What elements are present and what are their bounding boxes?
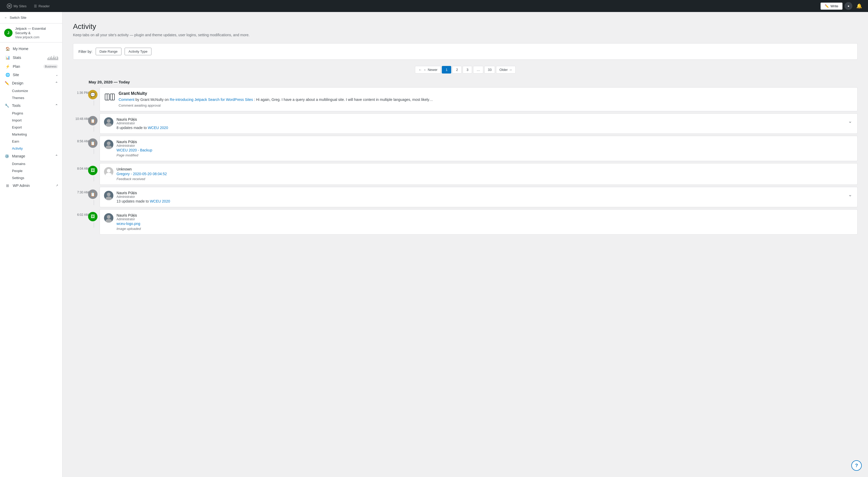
activity-user-name: Nauris Pūķis bbox=[117, 117, 844, 122]
tools-icon: 🔧 bbox=[4, 103, 9, 108]
activity-icon: 🖼 bbox=[88, 212, 97, 221]
sidebar-item-stats[interactable]: 📊 Stats bbox=[0, 53, 62, 62]
reader-label: Reader bbox=[38, 4, 50, 8]
sidebar-item-plugins[interactable]: Plugins bbox=[0, 110, 62, 117]
sidebar-item-export[interactable]: Export bbox=[0, 124, 62, 131]
activity-sub-text: Feedback received bbox=[117, 177, 853, 181]
filter-bar: Filter by: Date Range Activity Type bbox=[73, 43, 858, 60]
activity-icon: 📋 bbox=[88, 116, 97, 125]
help-button[interactable]: ? bbox=[851, 460, 862, 471]
sidebar-item-domains[interactable]: Domains bbox=[0, 160, 62, 167]
site-info: J Jetpack — Essential Security & View je… bbox=[0, 24, 62, 42]
chevron-up-icon: ⌃ bbox=[55, 154, 58, 158]
page-button-3[interactable]: 3 bbox=[463, 66, 472, 73]
sidebar-item-wp-admin[interactable]: ⊞ WP Admin ↗ bbox=[0, 182, 62, 190]
page-button-1[interactable]: 1 bbox=[442, 66, 451, 73]
activity-list: 1:36 PM 💬 Grant McNu bbox=[73, 87, 858, 237]
sidebar-item-activity[interactable]: Activity bbox=[0, 145, 62, 152]
left-arrow-icon: ← bbox=[418, 68, 422, 72]
sidebar-item-people[interactable]: People bbox=[0, 167, 62, 174]
home-icon: 🏠 bbox=[5, 47, 10, 51]
filter-label: Filter by: bbox=[79, 50, 93, 54]
sidebar-item-settings[interactable]: Settings bbox=[0, 174, 62, 182]
sidebar-item-label: WP Admin bbox=[13, 184, 53, 188]
timeline-line bbox=[94, 222, 94, 228]
sidebar-item-label: Site bbox=[13, 73, 53, 77]
plan-icon: ⚡ bbox=[5, 64, 10, 69]
write-label: Write bbox=[831, 4, 838, 8]
article-link[interactable]: Re-introducing Jetpack Search for WordPr… bbox=[170, 97, 253, 102]
sidebar-item-customize[interactable]: Customize bbox=[0, 87, 62, 94]
sidebar-item-label: My Home bbox=[13, 47, 58, 51]
avatar bbox=[104, 140, 114, 149]
chevron-down-icon: ⌄ bbox=[56, 73, 58, 76]
avatar bbox=[104, 213, 114, 223]
wceu-link[interactable]: WCEU 2020 bbox=[148, 126, 168, 130]
feedback-link[interactable]: Gregory - 2020-05-20 08:04:52 bbox=[117, 172, 167, 176]
sidebar-item-earn[interactable]: Earn bbox=[0, 138, 62, 145]
wp-admin-icon: ⊞ bbox=[5, 184, 10, 188]
backup-link[interactable]: WCEU 2020 - Backup bbox=[117, 148, 152, 152]
timeline-line bbox=[94, 100, 94, 105]
stats-mini-chart bbox=[48, 55, 58, 60]
page-subtitle: Keep tabs on all your site's activity — … bbox=[73, 33, 858, 37]
activity-user-name: Unknown bbox=[117, 167, 853, 171]
activity-user-name: Nauris Pūķis bbox=[117, 213, 853, 217]
table-row: 10:48 AM 📋 Nauris Pūķis Administrator 8 … bbox=[73, 114, 858, 136]
filter-date-range-button[interactable]: Date Range bbox=[96, 48, 121, 55]
sidebar-item-import[interactable]: Import bbox=[0, 117, 62, 124]
wordpress-icon: W bbox=[7, 3, 12, 9]
expand-button[interactable]: ⌄ bbox=[847, 117, 853, 125]
activity-status: Comment awaiting approval bbox=[119, 103, 853, 107]
activity-timeline: 💬 bbox=[91, 87, 96, 105]
activity-user-role: Administrator bbox=[117, 217, 853, 221]
notifications-button[interactable]: 🔔 bbox=[855, 1, 864, 11]
section-label: Design bbox=[12, 81, 24, 85]
sidebar-item-site[interactable]: 🌐 Site ⌄ bbox=[0, 71, 62, 79]
reader-button[interactable]: ☰ Reader bbox=[31, 3, 52, 10]
my-sites-button[interactable]: W My Sites bbox=[4, 2, 29, 10]
switch-site-label: Switch Site bbox=[10, 15, 26, 20]
back-arrow-icon: ← bbox=[4, 15, 7, 20]
activity-user-name: Grant McNulty bbox=[119, 91, 853, 96]
svg-point-9 bbox=[105, 146, 112, 149]
svg-point-14 bbox=[107, 215, 111, 219]
page-button-2[interactable]: 2 bbox=[452, 66, 462, 73]
activity-card: Nauris Pūķis Administrator WCEU 2020 - B… bbox=[100, 136, 858, 161]
svg-point-13 bbox=[105, 196, 112, 200]
activity-description: Comment by Grant McNulty on Re-introduci… bbox=[119, 97, 853, 102]
activity-card: Unknown Gregory - 2020-05-20 08:04:52 Fe… bbox=[100, 163, 858, 185]
svg-point-12 bbox=[107, 193, 111, 196]
filter-activity-type-button[interactable]: Activity Type bbox=[125, 48, 151, 55]
sidebar-item-marketing[interactable]: Marketing bbox=[0, 131, 62, 138]
newer-page-button[interactable]: ← ← Newer bbox=[415, 66, 441, 73]
sidebar-item-plan[interactable]: ⚡ Plan Business bbox=[0, 62, 62, 71]
switch-site-button[interactable]: ← Switch Site bbox=[0, 12, 62, 24]
page-button-33[interactable]: 33 bbox=[484, 66, 495, 73]
activity-description: WCEU 2020 - Backup bbox=[117, 148, 853, 152]
user-avatar[interactable]: ● bbox=[844, 2, 852, 10]
my-sites-label: My Sites bbox=[13, 4, 27, 8]
site-icon: 🌐 bbox=[5, 73, 10, 77]
sidebar-item-themes[interactable]: Themes bbox=[0, 94, 62, 101]
top-navigation: W My Sites ☰ Reader ✏️ Write ● 🔔 bbox=[0, 0, 868, 12]
sidebar-section-manage[interactable]: ⚙️ Manage ⌃ bbox=[0, 152, 62, 160]
sidebar-item-my-home[interactable]: 🏠 My Home bbox=[0, 44, 62, 53]
manage-icon: ⚙️ bbox=[4, 154, 9, 158]
activity-timeline: 📋 bbox=[91, 187, 96, 205]
sidebar-section-tools[interactable]: 🔧 Tools ⌃ bbox=[0, 101, 62, 110]
write-button[interactable]: ✏️ Write bbox=[820, 3, 842, 10]
comment-link[interactable]: Comment bbox=[119, 97, 134, 102]
image-link[interactable]: wceu-logo.png bbox=[117, 222, 140, 226]
site-name: Jetpack — Essential Security & bbox=[15, 27, 58, 35]
avatar bbox=[104, 167, 114, 177]
expand-button[interactable]: ⌄ bbox=[847, 191, 853, 199]
wceu-link-2[interactable]: WCEU 2020 bbox=[150, 199, 170, 203]
activity-description: 13 updates made to WCEU 2020 bbox=[117, 199, 844, 203]
site-url: View jetpack.com bbox=[15, 35, 58, 39]
older-page-button[interactable]: Older → bbox=[496, 66, 516, 73]
sidebar-section-design[interactable]: ✏️ Design ⌃ bbox=[0, 79, 62, 87]
table-row: 6:02 AM 🖼 Nauris Pūķis Administrator wce… bbox=[73, 209, 858, 237]
app-layout: ← Switch Site J Jetpack — Essential Secu… bbox=[0, 0, 868, 477]
activity-sub-text: Image uploaded bbox=[117, 227, 853, 231]
